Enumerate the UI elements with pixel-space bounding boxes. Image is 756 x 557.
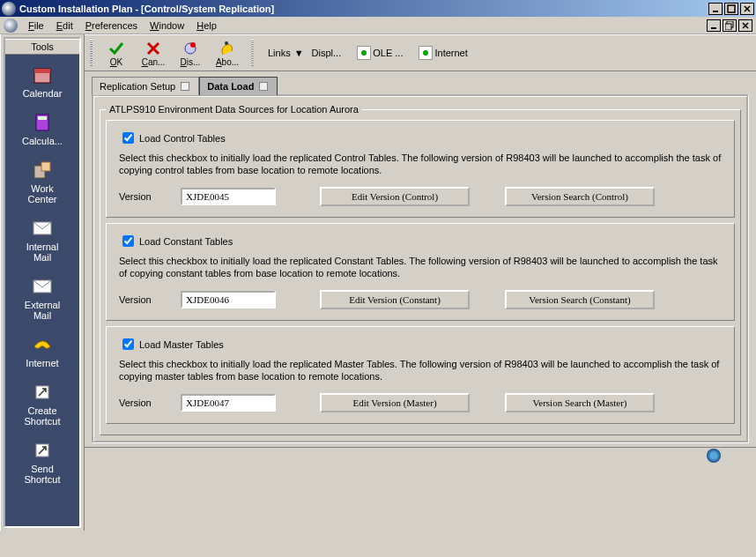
load-control-checkbox[interactable] [122, 132, 134, 144]
title-bar: Custom Installation Plan - [Control/Syst… [0, 0, 756, 17]
svg-point-22 [190, 42, 196, 48]
menu-preferences[interactable]: Preferences [80, 19, 143, 33]
toolbar-grip [251, 40, 254, 66]
menu-help-label: elp [204, 20, 217, 31]
ok-button[interactable]: OK [98, 40, 135, 67]
version-master-input[interactable] [181, 394, 276, 412]
menu-bar: File Edit Preferences Window Help [0, 17, 756, 34]
edit-version-master-button[interactable]: Edit Version (Master) [320, 393, 470, 412]
svg-rect-14 [41, 162, 50, 171]
menu-help[interactable]: Help [191, 19, 222, 33]
load-constant-label: Load Constant Tables [139, 236, 233, 247]
menu-file-label: ile [34, 20, 44, 31]
env-fieldset: ATLPS910 Environment Data Sources for Lo… [100, 104, 741, 435]
calculator-icon [31, 111, 54, 134]
version-constant-input[interactable] [181, 291, 276, 308]
tab-replication-setup[interactable]: Replication Setup [92, 77, 199, 95]
tool-calendar[interactable]: Calendar [5, 63, 79, 99]
submenu-icon[interactable] [4, 19, 18, 33]
load-constant-checkbox[interactable] [122, 235, 134, 247]
mdi-restore-button[interactable] [723, 19, 737, 32]
close-button[interactable] [740, 3, 754, 15]
about-button[interactable]: Abo... [209, 40, 246, 67]
fieldset-legend: ATLPS910 Environment Data Sources for Lo… [106, 104, 362, 115]
version-label: Version [119, 191, 172, 202]
toolbar-grip [90, 40, 93, 66]
svg-point-24 [361, 50, 367, 56]
svg-rect-6 [725, 24, 731, 30]
mail-icon [31, 275, 54, 298]
maximize-button[interactable] [724, 3, 738, 15]
section-control-desc: Select this checkbox to initially load t… [119, 152, 722, 176]
display-icon [182, 40, 199, 57]
edit-version-constant-button[interactable]: Edit Version (Constant) [320, 290, 470, 309]
svg-point-23 [225, 41, 228, 45]
link-display[interactable]: Displ... [309, 46, 345, 60]
mail-icon [31, 217, 54, 240]
svg-rect-12 [38, 116, 47, 120]
section-master: Load Master Tables Select this checkbox … [106, 326, 735, 424]
version-control-input[interactable] [181, 188, 276, 205]
shortcut-icon [31, 381, 54, 404]
check-icon [107, 40, 125, 57]
calendar-icon [31, 63, 54, 86]
tool-work-center[interactable]: WorkCenter [5, 159, 79, 204]
link-ole[interactable]: OLE ... [354, 44, 405, 62]
window-title: Custom Installation Plan - [Control/Syst… [19, 4, 708, 14]
tool-external-mail[interactable]: ExternalMail [5, 275, 79, 321]
mdi-minimize-button[interactable] [707, 19, 721, 32]
tab-data-load[interactable]: Data Load [199, 77, 278, 95]
section-constant-desc: Select this checkbox to initially load t… [119, 255, 722, 279]
link-internet[interactable]: Internet [416, 44, 470, 62]
menu-window[interactable]: Window [145, 19, 189, 33]
tab-corner-icon [181, 82, 189, 91]
menu-edit[interactable]: Edit [51, 19, 78, 33]
tool-internal-mail[interactable]: InternalMail [5, 217, 79, 263]
tab-panel: ATLPS910 Environment Data Sources for Lo… [92, 94, 749, 443]
mdi-close-button[interactable] [738, 19, 752, 32]
ole-icon [357, 46, 371, 60]
shortcut-icon [31, 439, 54, 462]
tool-internet[interactable]: Internet [5, 333, 79, 368]
menu-window-label: indow [159, 20, 184, 31]
app-icon [2, 2, 16, 16]
load-control-label: Load Control Tables [139, 133, 226, 144]
section-constant: Load Constant Tables Select this checkbo… [106, 223, 735, 321]
phone-icon [31, 333, 54, 356]
dropdown-icon[interactable]: ▼ [294, 48, 304, 58]
version-label: Version [119, 294, 172, 305]
version-search-control-button[interactable]: Version Search (Control) [505, 187, 655, 206]
menu-edit-label: dit [63, 20, 73, 31]
x-icon [145, 40, 162, 57]
globe-icon [707, 449, 721, 463]
tab-strip: Replication Setup Data Load [92, 77, 749, 95]
status-bar [85, 447, 756, 463]
load-master-label: Load Master Tables [139, 339, 224, 350]
tool-calculator[interactable]: Calcula... [5, 111, 79, 146]
svg-rect-10 [34, 69, 50, 73]
menu-file[interactable]: File [23, 19, 49, 33]
version-label: Version [119, 397, 172, 408]
svg-point-25 [423, 50, 428, 56]
cancel-button[interactable]: Can... [135, 40, 172, 67]
tab-corner-icon [259, 82, 268, 91]
edit-version-control-button[interactable]: Edit Version (Control) [320, 187, 470, 206]
menu-pref-label: references [92, 20, 137, 31]
links-label: Links [268, 48, 291, 58]
tools-panel: Tools Calendar Calcula... WorkCenter Int… [0, 34, 85, 531]
svg-rect-1 [728, 5, 735, 12]
load-master-checkbox[interactable] [122, 338, 134, 350]
work-center-icon [31, 159, 54, 182]
tool-send-shortcut[interactable]: SendShortcut [5, 439, 79, 485]
tool-create-shortcut[interactable]: CreateShortcut [5, 381, 79, 427]
display-button[interactable]: Dis... [172, 40, 209, 67]
toolbar: OK Can... Dis... Abo... Links ▼ Displ... [85, 34, 756, 71]
section-master-desc: Select this checkbox to initially load t… [119, 358, 722, 382]
section-control: Load Control Tables Select this checkbox… [106, 120, 735, 218]
internet-icon [419, 46, 433, 60]
tools-header: Tools [5, 39, 79, 55]
version-search-master-button[interactable]: Version Search (Master) [505, 393, 655, 412]
minimize-button[interactable] [708, 3, 723, 15]
about-icon [219, 40, 236, 57]
version-search-constant-button[interactable]: Version Search (Constant) [505, 290, 655, 309]
